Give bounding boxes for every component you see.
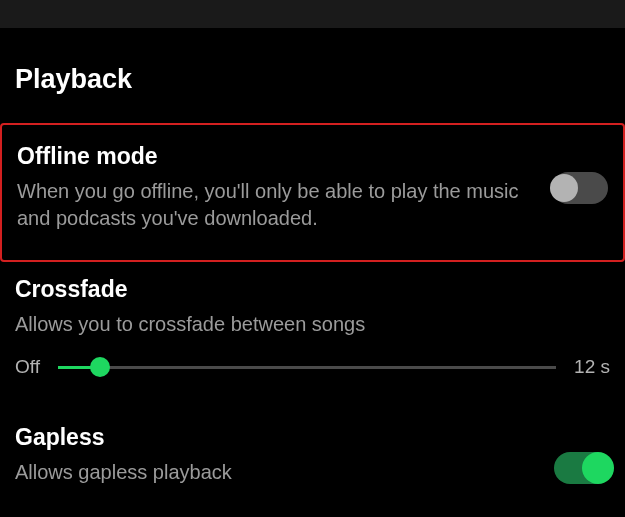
offline-mode-description: When you go offline, you'll only be able… [17,178,532,232]
offline-mode-row: Offline mode When you go offline, you'll… [0,123,625,262]
gapless-text-block: Gapless Allows gapless playback [15,424,534,486]
toggle-knob [550,174,578,202]
crossfade-slider[interactable] [58,366,556,369]
offline-mode-toggle[interactable] [552,172,608,204]
gapless-title: Gapless [15,424,534,451]
gapless-row: Gapless Allows gapless playback [15,398,610,486]
top-bar [0,0,625,28]
gapless-toggle[interactable] [554,452,610,484]
slider-thumb[interactable] [90,357,110,377]
offline-text-block: Offline mode When you go offline, you'll… [17,143,532,232]
crossfade-title: Crossfade [15,276,610,303]
toggle-knob [582,452,614,484]
crossfade-max-label: 12 s [574,356,610,378]
crossfade-row: Crossfade Allows you to crossfade betwee… [15,262,610,398]
crossfade-min-label: Off [15,356,40,378]
gapless-description: Allows gapless playback [15,459,534,486]
crossfade-description: Allows you to crossfade between songs [15,311,610,338]
offline-mode-title: Offline mode [17,143,532,170]
playback-settings: Playback Offline mode When you go offlin… [0,28,625,486]
section-title: Playback [15,64,610,95]
crossfade-slider-row: Off 12 s [15,338,610,384]
